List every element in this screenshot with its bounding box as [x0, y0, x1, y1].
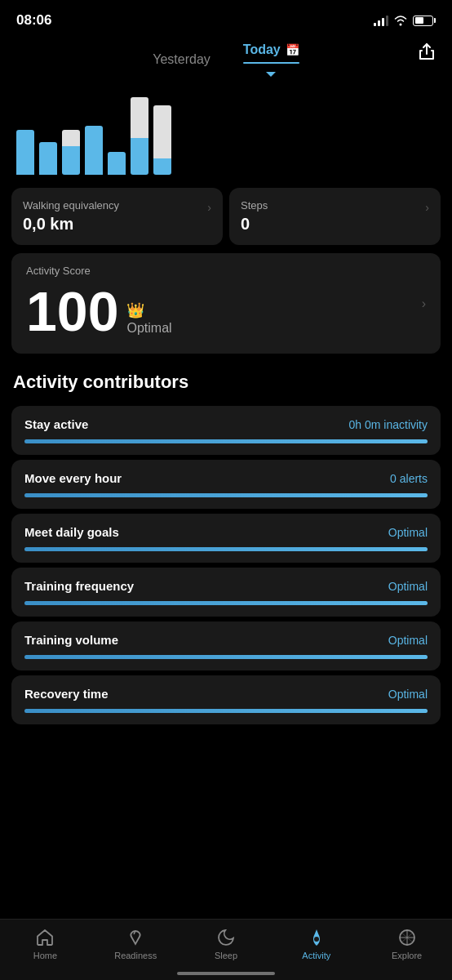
chart-bar: [16, 130, 34, 175]
contributor-row: Move every hour 0 alerts: [24, 471, 428, 485]
contributor-value: 0 alerts: [390, 472, 428, 485]
chart-bar-white: [153, 105, 171, 158]
steps-label: Steps: [241, 199, 268, 212]
activity-score-row: 100 👑 Optimal: [26, 283, 426, 339]
wifi-icon: [393, 15, 408, 26]
chart-bar-blue: [153, 158, 171, 175]
contributor-row: Training volume Optimal: [24, 633, 428, 647]
crown-icon: 👑: [126, 301, 171, 319]
progress-bar-fill: [24, 655, 428, 659]
progress-bar-fill: [24, 601, 428, 605]
nav-today-button[interactable]: Today 📅: [243, 42, 299, 77]
chart-bar-group: [131, 97, 148, 175]
status-bar: 08:06: [0, 0, 452, 36]
nav-item-readiness[interactable]: Readiness: [111, 928, 160, 960]
nav-home-label: Home: [33, 951, 57, 960]
activity-score-number: 100: [26, 283, 118, 339]
contributor-stay-active[interactable]: Stay active 0h 0m inactivity: [11, 406, 441, 455]
progress-bar-bg: [24, 493, 428, 497]
contributor-name: Training frequency: [24, 579, 134, 593]
contributor-row: Stay active 0h 0m inactivity: [24, 417, 428, 431]
nav-yesterday-button[interactable]: Yesterday: [153, 52, 210, 67]
bottom-navigation: Home Readiness Sleep Activity Explore: [0, 919, 452, 980]
activity-score-status: Optimal: [126, 321, 171, 336]
contributor-row: Meet daily goals Optimal: [24, 525, 428, 539]
chart-bar: [39, 142, 57, 175]
progress-bar-bg: [24, 439, 428, 443]
nav-explore-label: Explore: [392, 951, 422, 960]
nav-item-explore[interactable]: Explore: [383, 928, 432, 960]
explore-icon: [397, 928, 417, 947]
contributor-name: Recovery time: [24, 687, 109, 701]
contributor-name: Stay active: [24, 417, 88, 431]
nav-readiness-label: Readiness: [114, 951, 157, 960]
walking-equivalency-card[interactable]: Walking equivalency › 0,0 km: [11, 188, 223, 245]
chart-bar-group: [62, 130, 80, 175]
steps-card[interactable]: Steps › 0: [229, 188, 441, 245]
progress-bar-fill: [24, 709, 428, 713]
chart-bar-white: [62, 130, 80, 146]
contributor-value: Optimal: [388, 634, 428, 647]
contributor-value: Optimal: [388, 580, 428, 593]
activity-score-card[interactable]: Activity Score 100 👑 Optimal ›: [11, 253, 441, 354]
contributor-meet-daily-goals[interactable]: Meet daily goals Optimal: [11, 514, 441, 563]
nav-item-sleep[interactable]: Sleep: [202, 928, 250, 960]
chart-bar-group: [108, 152, 126, 175]
chart-bar-group: [153, 105, 171, 175]
steps-value: 0: [241, 215, 429, 234]
today-underline: [243, 62, 299, 64]
chart-bar: [85, 126, 103, 175]
contributor-training-volume[interactable]: Training volume Optimal: [11, 621, 441, 670]
metrics-row: Walking equivalency › 0,0 km Steps › 0: [0, 175, 452, 245]
activity-score-label: Activity Score: [26, 265, 426, 277]
activity-score-sub: 👑 Optimal: [126, 301, 171, 339]
battery-icon: [413, 16, 436, 26]
walking-equivalency-label: Walking equivalency: [23, 199, 119, 212]
contributor-row: Training frequency Optimal: [24, 579, 428, 593]
status-time: 08:06: [16, 12, 51, 29]
contributor-value: 0h 0m inactivity: [349, 418, 428, 431]
home-indicator: [177, 972, 275, 975]
contributor-training-frequency[interactable]: Training frequency Optimal: [11, 568, 441, 617]
activity-icon: [307, 928, 326, 947]
contributors-title: Activity contributors: [0, 354, 452, 401]
nav-sleep-label: Sleep: [215, 951, 237, 960]
contributor-recovery-time[interactable]: Recovery time Optimal: [11, 675, 441, 724]
walking-chevron-icon: ›: [207, 201, 211, 214]
svg-point-1: [314, 937, 319, 942]
signal-icon: [374, 15, 388, 26]
activity-chart: [0, 77, 452, 175]
nav-header: Yesterday Today 📅: [0, 36, 452, 77]
chart-bar-group: [39, 142, 57, 175]
contributor-name: Meet daily goals: [24, 525, 119, 539]
contributor-name: Move every hour: [24, 471, 122, 485]
steps-chevron-icon: ›: [425, 201, 429, 214]
chart-bar-blue: [62, 146, 80, 175]
nav-item-activity[interactable]: Activity: [292, 928, 341, 960]
share-button[interactable]: [418, 42, 436, 65]
progress-bar-bg: [24, 655, 428, 659]
progress-bar-bg: [24, 709, 428, 713]
status-icons: [374, 15, 436, 26]
contributor-name: Training volume: [24, 633, 118, 647]
sleep-icon: [216, 928, 236, 947]
contributor-row: Recovery time Optimal: [24, 687, 428, 701]
progress-bar-bg: [24, 601, 428, 605]
contributor-move-every-hour[interactable]: Move every hour 0 alerts: [11, 460, 441, 509]
nav-item-home[interactable]: Home: [20, 928, 69, 960]
progress-bar-bg: [24, 547, 428, 551]
today-indicator: [266, 72, 276, 77]
progress-bar-fill: [24, 439, 428, 443]
chart-bar-group: [16, 130, 34, 175]
contributor-value: Optimal: [388, 526, 428, 539]
readiness-icon: [126, 928, 145, 947]
score-chevron-icon: ›: [422, 296, 426, 311]
walking-equivalency-value: 0,0 km: [23, 215, 211, 234]
chart-bar-group: [85, 126, 103, 175]
progress-bar-fill: [24, 493, 428, 497]
calendar-icon: 📅: [286, 43, 299, 56]
nav-activity-label: Activity: [302, 951, 330, 960]
home-icon: [35, 928, 55, 947]
chart-bar: [108, 152, 126, 175]
chart-bar-white: [131, 97, 148, 138]
